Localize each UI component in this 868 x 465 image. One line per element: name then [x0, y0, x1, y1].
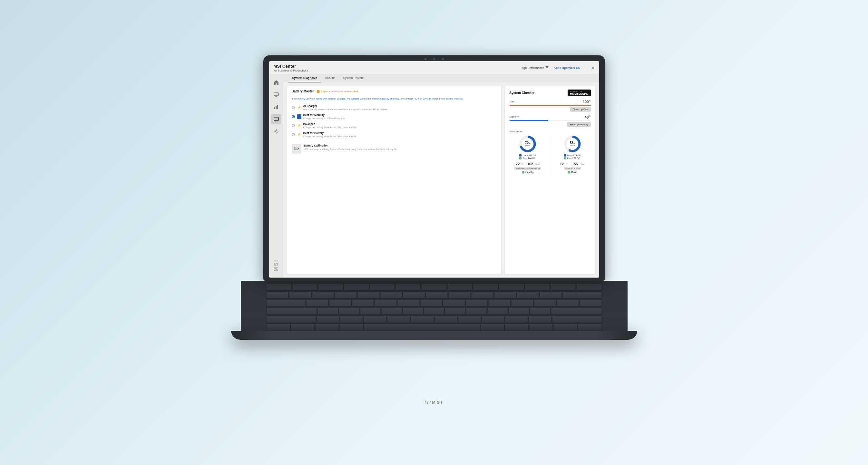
health-dot-2 [567, 171, 570, 173]
key-f12 [576, 284, 601, 291]
battery-option-best-battery[interactable]: ⚡ Best for Battery Charge the battery wh… [292, 131, 497, 138]
free-dot-1 [519, 157, 522, 159]
key-y [420, 299, 442, 306]
best-battery-desc: Charge the battery when under 50%, stop … [303, 135, 497, 138]
radio-ai-charger[interactable] [292, 106, 295, 109]
sidebar-icon-monitor[interactable] [271, 90, 281, 100]
sidebar-icon-chart[interactable] [271, 102, 281, 112]
battery-option-best-mobility[interactable]: Best for Mobility Charge the battery to … [292, 113, 497, 120]
key-7 [426, 292, 448, 299]
key-slash [529, 315, 552, 323]
svg-rect-0 [274, 93, 278, 96]
tab-system-diagnosis[interactable]: System Diagnosis [288, 74, 321, 82]
free-dot-2 [564, 157, 566, 159]
chevron-down-icon [545, 66, 549, 70]
app-subtitle: for Business & Productivity [274, 69, 308, 72]
ssd-status-title: SSD Status [509, 130, 591, 133]
memory-metric: Memory 48% Free Up [509, 115, 591, 127]
app-body: MSI System Diagnosis Back up System Rest… [269, 74, 599, 277]
ssd-health-1: Healthy [522, 171, 533, 173]
ssd-drive-1: 70% Used Used 336 GB [509, 135, 546, 173]
best-battery-name: Best for Battery [303, 131, 497, 135]
sidebar-icon-settings[interactable] [271, 126, 281, 137]
ssd-name-badge-1: SAMSUNG SSD 860 PRO/4 [514, 167, 541, 170]
key-z [316, 315, 339, 323]
ssd-legend-2: Used 278 GB Free 202 GB [564, 154, 581, 159]
key-b [411, 315, 434, 323]
used-dot-2 [564, 154, 566, 157]
ssd-health-2: Good [567, 171, 577, 173]
used-dot-1 [519, 154, 522, 157]
best-battery-icon: ⚡ [297, 132, 301, 137]
key-s [339, 307, 360, 314]
key-e [352, 299, 374, 306]
svg-rect-10 [298, 148, 299, 149]
key-w [329, 299, 351, 306]
laptop-wrapper: MSI Center for Business & Productivity H… [209, 55, 660, 410]
radio-balanced[interactable] [292, 124, 295, 127]
key-i [466, 299, 488, 306]
key-fn [266, 324, 290, 331]
key-9 [471, 292, 493, 299]
clean-up-disk-button[interactable]: Clean Up Disk [570, 107, 591, 112]
title-bar-right: High Performance Apps Optimizer ON − ✕ [521, 66, 594, 70]
key-o [488, 299, 510, 306]
sidebar-icon-home[interactable] [271, 77, 281, 88]
main-panel: Battery Master ! Replacement is recommen… [283, 82, 599, 277]
key-ctrl [291, 324, 315, 331]
key-rshift [552, 315, 602, 323]
sensor [442, 58, 444, 60]
drive-separator [550, 135, 550, 173]
radio-best-battery[interactable] [292, 133, 295, 136]
battery-option-balanced[interactable]: ⚡ Balanced Charge the battery when under… [292, 122, 497, 129]
balanced-name: Balanced [303, 122, 497, 126]
memory-value: 48% [585, 115, 590, 119]
app-window: MSI Center for Business & Productivity H… [269, 61, 599, 277]
key-lshift [266, 315, 316, 323]
ssd-status-section: SSD Status [509, 130, 591, 270]
key-equals [539, 292, 562, 299]
sidebar-icon-tools[interactable] [271, 114, 281, 124]
key-x [340, 315, 363, 323]
key-c [364, 315, 386, 323]
keyboard-row-qwerty [267, 299, 602, 306]
disk-metric-header: Disk 100% [509, 100, 591, 104]
tab-backup[interactable]: Back up [321, 74, 339, 82]
key-4 [358, 292, 380, 299]
ai-engine-name: MSI AI ENGINE [570, 92, 588, 95]
key-space [364, 324, 480, 331]
key-r [375, 299, 397, 306]
ssd-numbers-1: 72 °C · 162 TBW [516, 161, 539, 166]
health-dot-1 [522, 171, 524, 173]
screen-content: MSI Center for Business & Productivity H… [269, 61, 599, 277]
donut-drive-2: 58% Used [563, 135, 582, 153]
key-a [317, 307, 338, 314]
key-t [397, 299, 420, 306]
best-mobility-info: Best for Mobility Charge the battery to … [303, 113, 497, 120]
key-1 [289, 292, 311, 299]
key-2 [312, 292, 334, 299]
radio-best-mobility[interactable] [292, 115, 295, 118]
performance-selector[interactable]: High Performance [521, 66, 549, 70]
key-f5 [396, 284, 421, 291]
key-win-r [480, 324, 504, 331]
key-5 [380, 292, 403, 299]
ssd-name-badge-2: NVMe PCIe SSD [564, 167, 581, 170]
ssd-drive-2: 58% Used Used 278 GB [554, 135, 591, 173]
donut-center-1: 70% Used [525, 141, 530, 146]
close-button[interactable]: ✕ [591, 66, 595, 70]
key-backtick [266, 292, 288, 299]
key-f4 [370, 284, 395, 291]
ssd-numbers-2: 68 °C · 155 TBW [560, 161, 584, 166]
laptop-screen: MSI Center for Business & Productivity H… [264, 55, 605, 281]
battery-option-ai-charger[interactable]: ⚡ AI Charger Automatically switch to the… [292, 104, 497, 111]
calibration-info: Battery Calibration MSI recommends doing… [304, 144, 398, 151]
memory-metric-header: Memory 48% [509, 115, 591, 119]
key-m [458, 315, 481, 323]
key-backspace [562, 292, 602, 299]
tab-system-restore[interactable]: System Restore [339, 74, 368, 82]
key-f8 [473, 284, 498, 291]
best-mobility-desc: Charge the battery to 100% all the time [303, 117, 497, 120]
free-up-memory-button[interactable]: Free Up Memory [567, 122, 590, 127]
minimize-button[interactable]: − [586, 66, 589, 70]
